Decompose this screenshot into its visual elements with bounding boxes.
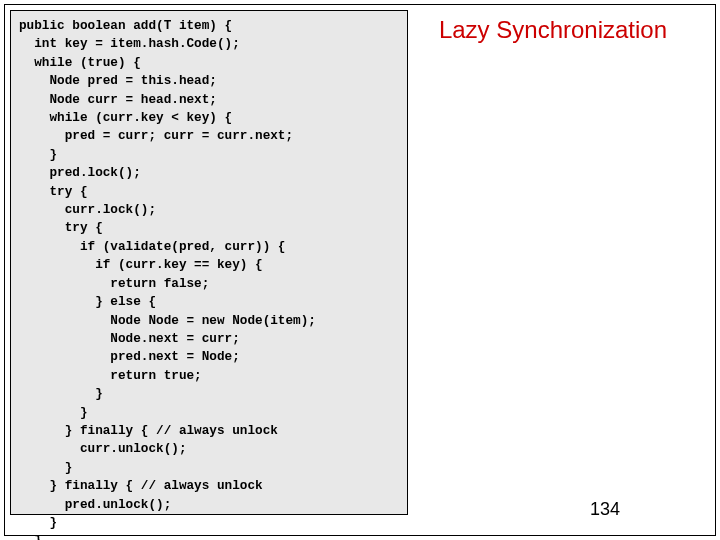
slide-title: Lazy Synchronization — [408, 16, 698, 44]
page-number: 134 — [590, 499, 620, 520]
code-panel: public boolean add(T item) { int key = i… — [10, 10, 408, 515]
code-block: public boolean add(T item) { int key = i… — [19, 17, 399, 540]
